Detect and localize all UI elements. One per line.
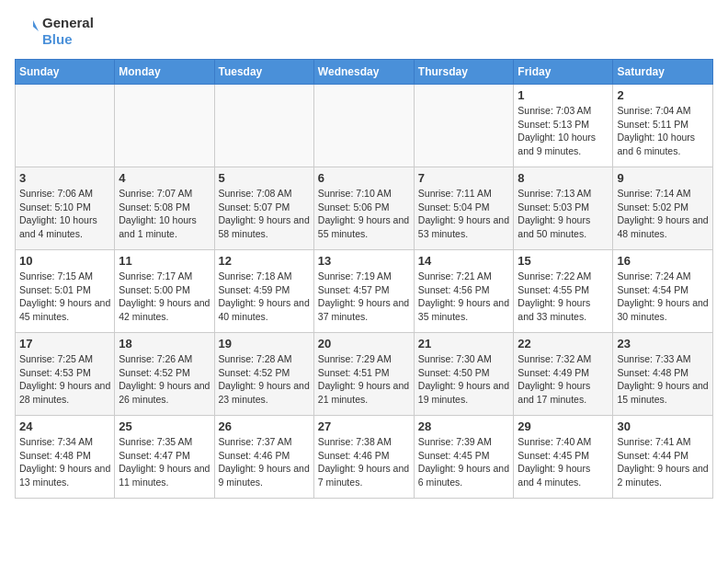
day-number: 4 xyxy=(119,171,210,185)
calendar-cell: 22Sunrise: 7:32 AMSunset: 4:49 PMDayligh… xyxy=(514,333,613,416)
day-info: Sunrise: 7:13 AMSunset: 5:03 PMDaylight:… xyxy=(518,187,609,241)
day-info: Sunrise: 7:21 AMSunset: 4:56 PMDaylight:… xyxy=(418,270,510,324)
calendar-cell: 6Sunrise: 7:10 AMSunset: 5:06 PMDaylight… xyxy=(313,167,414,250)
day-info: Sunrise: 7:35 AMSunset: 4:47 PMDaylight:… xyxy=(119,435,210,489)
calendar-cell: 26Sunrise: 7:37 AMSunset: 4:46 PMDayligh… xyxy=(214,416,313,499)
day-number: 15 xyxy=(518,254,609,268)
day-info: Sunrise: 7:14 AMSunset: 5:02 PMDaylight:… xyxy=(617,187,709,241)
calendar-cell: 14Sunrise: 7:21 AMSunset: 4:56 PMDayligh… xyxy=(414,250,514,333)
day-info: Sunrise: 7:07 AMSunset: 5:08 PMDaylight:… xyxy=(119,187,210,241)
day-info: Sunrise: 7:22 AMSunset: 4:55 PMDaylight:… xyxy=(518,270,609,324)
day-number: 3 xyxy=(19,171,110,185)
calendar-week-row: 24Sunrise: 7:34 AMSunset: 4:48 PMDayligh… xyxy=(16,416,713,499)
day-info: Sunrise: 7:30 AMSunset: 4:50 PMDaylight:… xyxy=(418,352,510,407)
day-number: 28 xyxy=(418,419,510,433)
day-number: 29 xyxy=(518,419,609,433)
calendar-cell xyxy=(115,85,214,167)
weekday-header-sunday: Sunday xyxy=(16,60,115,85)
calendar-cell xyxy=(214,85,313,167)
calendar-cell: 1Sunrise: 7:03 AMSunset: 5:13 PMDaylight… xyxy=(514,85,613,167)
day-number: 1 xyxy=(518,88,609,102)
day-info: Sunrise: 7:03 AMSunset: 5:13 PMDaylight:… xyxy=(518,104,609,158)
day-number: 5 xyxy=(219,171,310,185)
day-info: Sunrise: 7:25 AMSunset: 4:53 PMDaylight:… xyxy=(19,352,110,407)
day-info: Sunrise: 7:08 AMSunset: 5:07 PMDaylight:… xyxy=(219,187,310,241)
day-info: Sunrise: 7:06 AMSunset: 5:10 PMDaylight:… xyxy=(19,187,110,241)
day-number: 2 xyxy=(617,88,709,102)
calendar-week-row: 3Sunrise: 7:06 AMSunset: 5:10 PMDaylight… xyxy=(16,167,713,250)
day-info: Sunrise: 7:18 AMSunset: 4:59 PMDaylight:… xyxy=(219,270,310,324)
calendar-header: SundayMondayTuesdayWednesdayThursdayFrid… xyxy=(16,60,713,85)
day-info: Sunrise: 7:29 AMSunset: 4:51 PMDaylight:… xyxy=(318,352,410,407)
day-info: Sunrise: 7:28 AMSunset: 4:52 PMDaylight:… xyxy=(219,352,310,407)
day-info: Sunrise: 7:15 AMSunset: 5:01 PMDaylight:… xyxy=(19,270,110,324)
day-number: 16 xyxy=(617,254,709,268)
day-info: Sunrise: 7:34 AMSunset: 4:48 PMDaylight:… xyxy=(19,435,110,489)
calendar-cell xyxy=(313,85,414,167)
day-number: 17 xyxy=(19,337,110,350)
calendar-table: SundayMondayTuesdayWednesdayThursdayFrid… xyxy=(15,59,713,499)
calendar-cell: 23Sunrise: 7:33 AMSunset: 4:48 PMDayligh… xyxy=(613,333,713,416)
calendar-body: 1Sunrise: 7:03 AMSunset: 5:13 PMDaylight… xyxy=(16,85,713,499)
day-info: Sunrise: 7:33 AMSunset: 4:48 PMDaylight:… xyxy=(617,352,709,407)
calendar-cell: 11Sunrise: 7:17 AMSunset: 5:00 PMDayligh… xyxy=(115,250,214,333)
day-info: Sunrise: 7:41 AMSunset: 4:44 PMDaylight:… xyxy=(617,435,709,489)
day-number: 8 xyxy=(518,171,609,185)
calendar-cell: 25Sunrise: 7:35 AMSunset: 4:47 PMDayligh… xyxy=(115,416,214,499)
logo-text-block: General Blue xyxy=(42,15,94,48)
calendar-cell xyxy=(16,85,115,167)
day-info: Sunrise: 7:11 AMSunset: 5:04 PMDaylight:… xyxy=(418,187,510,241)
day-number: 27 xyxy=(318,419,410,433)
weekday-header-row: SundayMondayTuesdayWednesdayThursdayFrid… xyxy=(16,60,713,85)
day-number: 25 xyxy=(119,419,210,433)
calendar-cell: 19Sunrise: 7:28 AMSunset: 4:52 PMDayligh… xyxy=(214,333,313,416)
day-number: 19 xyxy=(219,337,310,350)
day-number: 13 xyxy=(318,254,410,268)
calendar-cell: 4Sunrise: 7:07 AMSunset: 5:08 PMDaylight… xyxy=(115,167,214,250)
weekday-header-wednesday: Wednesday xyxy=(313,60,414,85)
svg-rect-1 xyxy=(15,18,33,31)
day-info: Sunrise: 7:17 AMSunset: 5:00 PMDaylight:… xyxy=(119,270,210,324)
day-info: Sunrise: 7:04 AMSunset: 5:11 PMDaylight:… xyxy=(617,104,709,158)
calendar-cell: 16Sunrise: 7:24 AMSunset: 4:54 PMDayligh… xyxy=(613,250,713,333)
calendar-cell: 13Sunrise: 7:19 AMSunset: 4:57 PMDayligh… xyxy=(313,250,414,333)
calendar-cell: 5Sunrise: 7:08 AMSunset: 5:07 PMDaylight… xyxy=(214,167,313,250)
day-number: 6 xyxy=(318,171,410,185)
calendar-cell: 10Sunrise: 7:15 AMSunset: 5:01 PMDayligh… xyxy=(16,250,115,333)
day-info: Sunrise: 7:37 AMSunset: 4:46 PMDaylight:… xyxy=(219,435,310,489)
logo-graphic xyxy=(15,17,40,46)
day-info: Sunrise: 7:10 AMSunset: 5:06 PMDaylight:… xyxy=(318,187,410,241)
day-info: Sunrise: 7:24 AMSunset: 4:54 PMDaylight:… xyxy=(617,270,709,324)
day-number: 12 xyxy=(219,254,310,268)
day-number: 11 xyxy=(119,254,210,268)
day-info: Sunrise: 7:19 AMSunset: 4:57 PMDaylight:… xyxy=(318,270,410,324)
calendar-cell: 8Sunrise: 7:13 AMSunset: 5:03 PMDaylight… xyxy=(514,167,613,250)
day-info: Sunrise: 7:38 AMSunset: 4:46 PMDaylight:… xyxy=(318,435,410,489)
day-number: 9 xyxy=(617,171,709,185)
calendar-cell: 21Sunrise: 7:30 AMSunset: 4:50 PMDayligh… xyxy=(414,333,514,416)
svg-marker-0 xyxy=(33,20,39,31)
page-header: General Blue xyxy=(15,15,713,48)
weekday-header-thursday: Thursday xyxy=(414,60,514,85)
calendar-week-row: 10Sunrise: 7:15 AMSunset: 5:01 PMDayligh… xyxy=(16,250,713,333)
calendar-cell: 24Sunrise: 7:34 AMSunset: 4:48 PMDayligh… xyxy=(16,416,115,499)
calendar-cell: 20Sunrise: 7:29 AMSunset: 4:51 PMDayligh… xyxy=(313,333,414,416)
day-info: Sunrise: 7:40 AMSunset: 4:45 PMDaylight:… xyxy=(518,435,609,489)
day-number: 22 xyxy=(518,337,609,350)
logo: General Blue xyxy=(15,15,94,48)
calendar-week-row: 17Sunrise: 7:25 AMSunset: 4:53 PMDayligh… xyxy=(16,333,713,416)
calendar-cell: 12Sunrise: 7:18 AMSunset: 4:59 PMDayligh… xyxy=(214,250,313,333)
calendar-cell: 29Sunrise: 7:40 AMSunset: 4:45 PMDayligh… xyxy=(514,416,613,499)
day-number: 18 xyxy=(119,337,210,350)
day-number: 7 xyxy=(418,171,510,185)
calendar-cell: 17Sunrise: 7:25 AMSunset: 4:53 PMDayligh… xyxy=(16,333,115,416)
day-number: 23 xyxy=(617,337,709,350)
day-number: 14 xyxy=(418,254,510,268)
weekday-header-monday: Monday xyxy=(115,60,214,85)
day-info: Sunrise: 7:32 AMSunset: 4:49 PMDaylight:… xyxy=(518,352,609,407)
calendar-cell: 27Sunrise: 7:38 AMSunset: 4:46 PMDayligh… xyxy=(313,416,414,499)
day-number: 24 xyxy=(19,419,110,433)
calendar-cell: 30Sunrise: 7:41 AMSunset: 4:44 PMDayligh… xyxy=(613,416,713,499)
calendar-cell: 7Sunrise: 7:11 AMSunset: 5:04 PMDaylight… xyxy=(414,167,514,250)
day-info: Sunrise: 7:39 AMSunset: 4:45 PMDaylight:… xyxy=(418,435,510,489)
